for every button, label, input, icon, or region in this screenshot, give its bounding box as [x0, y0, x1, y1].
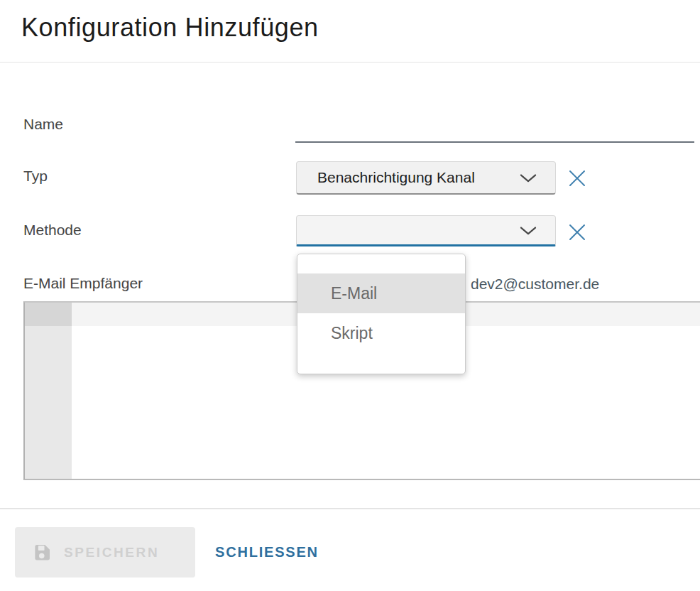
page-title: Konfiguration Hinzufügen	[21, 13, 319, 43]
typ-select[interactable]: Benachrichtigung Kanal	[296, 161, 556, 195]
name-label: Name	[23, 116, 63, 133]
methode-option-empty[interactable]	[297, 254, 465, 273]
name-input[interactable]	[295, 119, 694, 143]
typ-clear-button[interactable]	[567, 168, 587, 188]
typ-select-value: Benachrichtigung Kanal	[297, 169, 475, 186]
chevron-down-icon	[520, 174, 537, 183]
close-button[interactable]: SCHLIESSEN	[215, 527, 319, 578]
header-divider	[0, 62, 700, 63]
close-button-label: SCHLIESSEN	[215, 544, 319, 560]
methode-select[interactable]	[296, 215, 556, 246]
methode-option-email[interactable]: E-Mail	[297, 273, 465, 313]
typ-label: Typ	[23, 168, 48, 185]
methode-option-skript[interactable]: Skript	[297, 313, 465, 353]
x-icon	[567, 180, 587, 190]
x-icon	[567, 234, 587, 244]
email-recipients-value: dev2@customer.de	[471, 276, 599, 293]
editor-line-number-gutter	[25, 303, 72, 479]
email-recipients-label: E-Mail Empfänger	[23, 275, 143, 292]
methode-label: Methode	[23, 222, 82, 239]
chevron-down-icon	[520, 227, 537, 236]
methode-dropdown-menu: E-Mail Skript	[297, 254, 466, 374]
editor-active-gutter-cell	[25, 303, 72, 326]
add-configuration-dialog: Konfiguration Hinzufügen Name Typ Benach…	[0, 0, 700, 591]
footer-divider	[0, 508, 700, 509]
save-button-label: SPEICHERN	[64, 545, 159, 560]
save-button[interactable]: SPEICHERN	[15, 527, 195, 578]
methode-clear-button[interactable]	[567, 222, 587, 242]
floppy-disk-icon	[33, 543, 52, 562]
